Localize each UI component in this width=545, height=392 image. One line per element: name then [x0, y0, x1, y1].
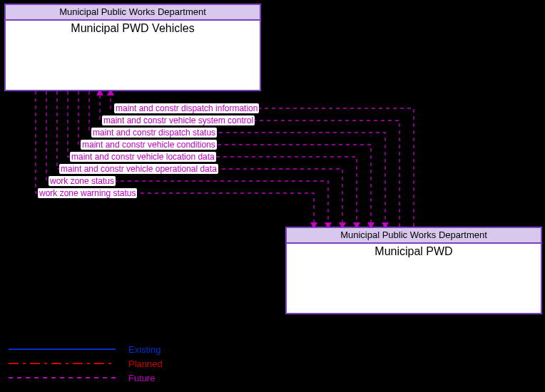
legend-swatch-planned [9, 363, 116, 364]
flow-label[interactable]: maint and constr vehicle conditions [81, 140, 217, 150]
entity-municipal-pwd-vehicles[interactable]: Municipal Public Works Department Munici… [4, 4, 261, 91]
legend-swatch-future [9, 377, 116, 378]
legend-label-future: Future [128, 373, 156, 383]
legend-future: Future [9, 371, 163, 385]
diagram-canvas: { "entities": { "top": { "org": "Municip… [0, 0, 545, 392]
entity-bottom-org: Municipal Public Works Department [287, 228, 541, 244]
legend-label-existing: Existing [128, 344, 161, 355]
flow-label[interactable]: work zone warning status [38, 188, 137, 198]
entity-bottom-name: Municipal PWD [287, 244, 541, 258]
flow-label[interactable]: maint and constr dispatch status [91, 128, 217, 138]
legend-existing: Existing [9, 342, 163, 356]
flow-label[interactable]: maint and constr dispatch information [114, 103, 259, 113]
entity-top-name: Municipal PWD Vehicles [6, 21, 260, 35]
flow-label[interactable]: maint and constr vehicle system control [102, 115, 255, 125]
entity-top-org: Municipal Public Works Department [6, 5, 260, 21]
flow-label[interactable]: maint and constr vehicle operational dat… [59, 164, 218, 174]
legend-swatch-existing [9, 349, 116, 350]
legend: Existing Planned Future [9, 342, 163, 385]
legend-label-planned: Planned [128, 359, 163, 369]
entity-municipal-pwd[interactable]: Municipal Public Works Department Munici… [285, 227, 542, 314]
flow-label[interactable]: work zone status [49, 176, 116, 186]
legend-planned: Planned [9, 356, 163, 371]
flow-label[interactable]: maint and constr vehicle location data [70, 152, 216, 162]
